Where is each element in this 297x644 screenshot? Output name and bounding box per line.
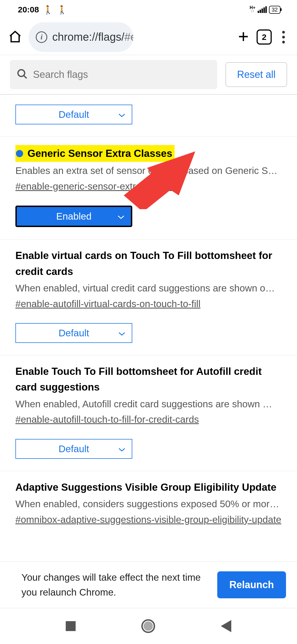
info-icon: i bbox=[36, 31, 47, 43]
relaunch-bar: Your changes will take effect the next t… bbox=[0, 561, 297, 608]
flag-state-dropdown[interactable]: Default bbox=[15, 105, 132, 124]
tab-switcher-button[interactable]: 2 bbox=[257, 29, 272, 45]
flag-description: When enabled, considers suggestions expo… bbox=[15, 497, 282, 511]
flag-state-dropdown[interactable]: Enabled bbox=[15, 206, 132, 227]
flag-hash-link[interactable]: #enable-generic-sensor-extra-classes bbox=[15, 179, 177, 194]
battery-icon: 32 bbox=[269, 6, 280, 14]
dropdown-value: Enabled bbox=[56, 211, 91, 222]
flag-hash-link[interactable]: #enable-autofill-virtual-cards-on-touch-… bbox=[15, 297, 200, 311]
url-text: chrome://flags/#enab bbox=[52, 31, 133, 43]
relaunch-message: Your changes will take effect the next t… bbox=[21, 570, 209, 600]
chevron-down-icon bbox=[118, 328, 126, 339]
url-bar[interactable]: i chrome://flags/#enab bbox=[29, 22, 133, 52]
new-tab-button[interactable] bbox=[237, 30, 250, 44]
search-row: Reset all bbox=[0, 55, 297, 95]
flag-title: Generic Sensor Extra Classes bbox=[15, 145, 175, 162]
browser-toolbar: i chrome://flags/#enab 2 bbox=[0, 19, 297, 55]
relaunch-button[interactable]: Relaunch bbox=[217, 571, 286, 598]
search-icon bbox=[16, 68, 28, 81]
flag-item: Enable Touch To Fill bottomsheet for Aut… bbox=[0, 355, 297, 471]
recents-button[interactable] bbox=[66, 621, 76, 631]
status-bar: 20:08 🚶 🚶 H+ ↓↑ 32 bbox=[0, 0, 297, 19]
svg-point-0 bbox=[18, 70, 25, 77]
search-flags-box[interactable] bbox=[10, 60, 217, 89]
chevron-down-icon bbox=[117, 211, 125, 222]
flag-item: Enable virtual cards on Touch To Fill bo… bbox=[0, 239, 297, 355]
walking-icon: 🚶 bbox=[57, 5, 67, 15]
chevron-down-icon bbox=[118, 109, 126, 120]
flags-content: Default Generic Sensor Extra Classes Ena… bbox=[0, 95, 297, 586]
flag-item-generic-sensor: Generic Sensor Extra Classes Enables an … bbox=[0, 137, 297, 239]
dropdown-value: Default bbox=[59, 109, 89, 120]
home-button[interactable] bbox=[141, 619, 155, 633]
flag-state-dropdown[interactable]: Default bbox=[15, 323, 132, 343]
status-time: 20:08 bbox=[18, 5, 39, 14]
dropdown-value: Default bbox=[59, 328, 89, 339]
flag-description: Enables an extra set of sensor classes b… bbox=[15, 163, 282, 178]
chevron-down-icon bbox=[118, 443, 126, 454]
reset-all-button[interactable]: Reset all bbox=[226, 62, 287, 87]
flag-title: Enable Touch To Fill bottomsheet for Aut… bbox=[15, 364, 282, 395]
flag-item: Adaptive Suggestions Visible Group Eligi… bbox=[0, 471, 297, 537]
flag-item: Default bbox=[0, 95, 297, 137]
flag-title: Enable virtual cards on Touch To Fill bo… bbox=[15, 248, 282, 279]
menu-button[interactable] bbox=[278, 31, 289, 43]
home-icon[interactable] bbox=[8, 30, 22, 45]
flag-description: When enabled, virtual credit card sugges… bbox=[15, 281, 282, 296]
walking-icon: 🚶 bbox=[43, 5, 53, 15]
signal-icon bbox=[258, 6, 267, 13]
search-input[interactable] bbox=[33, 69, 211, 80]
flag-hash-link[interactable]: #enable-autofill-touch-to-fill-for-credi… bbox=[15, 412, 199, 427]
system-nav-bar bbox=[0, 608, 297, 644]
flag-title: Adaptive Suggestions Visible Group Eligi… bbox=[15, 479, 282, 495]
changed-dot-icon bbox=[16, 150, 23, 157]
dropdown-value: Default bbox=[59, 443, 89, 454]
back-button[interactable] bbox=[221, 620, 231, 632]
flag-state-dropdown[interactable]: Default bbox=[15, 439, 132, 459]
flag-description: When enabled, Autofill credit card sugge… bbox=[15, 397, 282, 411]
flag-hash-link[interactable]: #omnibox-adaptive-suggestions-visible-gr… bbox=[15, 512, 281, 527]
network-hplus-icon: H+ ↓↑ bbox=[250, 6, 255, 13]
